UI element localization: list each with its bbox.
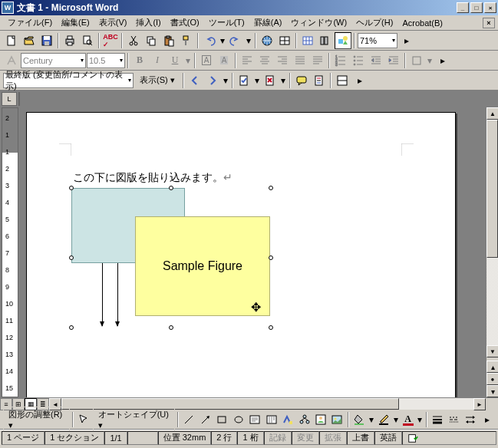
numbering-button[interactable]: 123 — [332, 52, 349, 69]
print-preview-button[interactable] — [79, 32, 96, 49]
more-buttons[interactable]: ▸ — [398, 32, 415, 49]
menu-file[interactable]: ファイル(F) — [3, 15, 57, 30]
undo-button[interactable] — [201, 32, 218, 49]
copy-button[interactable] — [143, 32, 160, 49]
cut-button[interactable] — [125, 32, 142, 49]
close-button[interactable]: × — [484, 2, 496, 13]
font-color-button[interactable]: A — [400, 411, 415, 428]
menu-view[interactable]: 表示(V) — [94, 15, 132, 30]
font-color-dropdown[interactable]: ▾ — [417, 411, 424, 428]
scroll-right-button[interactable]: ► — [473, 398, 486, 410]
arrow-tool-button[interactable] — [198, 411, 213, 428]
status-lang[interactable]: 英語 — [374, 431, 402, 445]
draw-adjust-menu[interactable]: 図形の調整(R) ▾ — [3, 407, 70, 433]
doc-close-button[interactable]: × — [483, 18, 495, 28]
char-border-button[interactable]: A — [198, 52, 215, 69]
status-spell-icon[interactable] — [402, 431, 496, 445]
arrow-style-button[interactable] — [463, 411, 478, 428]
maximize-button[interactable]: □ — [470, 2, 483, 13]
redo-dropdown[interactable]: ▾ — [245, 32, 252, 49]
line-color-button[interactable] — [376, 411, 391, 428]
align-right-button[interactable] — [274, 52, 291, 69]
tables-borders-button[interactable] — [276, 32, 293, 49]
menu-edit[interactable]: 編集(E) — [57, 15, 94, 30]
reviewing-pane-button[interactable] — [334, 72, 351, 89]
scroll-down-button[interactable]: ▼ — [486, 345, 498, 357]
scroll-track[interactable] — [486, 120, 498, 345]
undo-dropdown[interactable]: ▾ — [219, 32, 226, 49]
handle-se[interactable] — [269, 325, 273, 330]
line-color-dropdown[interactable]: ▾ — [392, 411, 399, 428]
prev-page-button[interactable]: ▴ — [486, 361, 498, 373]
autoshapes-menu[interactable]: オートシェイプ(U) ▾ — [93, 407, 176, 433]
underline-dropdown[interactable]: ▾ — [184, 52, 192, 69]
minimize-button[interactable]: _ — [457, 2, 469, 13]
hyperlink-button[interactable] — [259, 32, 275, 49]
handle-w[interactable] — [69, 255, 74, 260]
fill-color-button[interactable] — [351, 411, 367, 428]
reject-dropdown[interactable]: ▾ — [279, 72, 287, 89]
decrease-indent-button[interactable] — [368, 52, 384, 69]
new-comment-button[interactable] — [293, 72, 310, 89]
bold-button[interactable]: B — [131, 52, 148, 69]
show-menu[interactable]: 表示(S) ▾ — [134, 72, 180, 88]
accept-dropdown[interactable]: ▾ — [253, 72, 261, 89]
spellcheck-button[interactable]: ABC✓ — [102, 32, 119, 49]
menu-acrobat[interactable]: Acrobat(B) — [397, 17, 447, 29]
open-button[interactable] — [21, 32, 38, 49]
status-ext[interactable]: 拡張 — [319, 431, 347, 445]
review-mode-combo[interactable]: 最終版 (変更箇所/コメントの表示)▾ — [3, 73, 134, 88]
handle-ne[interactable] — [269, 186, 273, 190]
zoom-combo[interactable]: 71%▾ — [358, 33, 397, 48]
insert-picture-button[interactable] — [329, 411, 345, 428]
drawing-button[interactable] — [335, 32, 351, 49]
increase-indent-button[interactable] — [385, 52, 402, 69]
more-buttons-2[interactable]: ▸ — [434, 52, 451, 69]
wordart-button[interactable] — [280, 411, 295, 428]
accept-button[interactable] — [236, 72, 252, 89]
align-center-button[interactable] — [256, 52, 273, 69]
vertical-textbox-button[interactable] — [263, 411, 279, 428]
diagram-button[interactable] — [296, 411, 312, 428]
select-objects-button[interactable] — [76, 411, 91, 428]
columns-button[interactable] — [317, 32, 334, 49]
underline-button[interactable]: U — [167, 52, 183, 69]
paste-button[interactable] — [160, 32, 177, 49]
font-size-combo[interactable]: 10.5▾ — [87, 53, 125, 68]
status-ovr[interactable]: 上書 — [347, 431, 374, 445]
insert-table-button[interactable] — [299, 32, 316, 49]
more-buttons-3[interactable]: ▸ — [351, 72, 368, 89]
italic-button[interactable]: I — [149, 52, 166, 69]
vertical-scrollbar[interactable]: ▲ ▼ ▴ ● ▾ — [486, 107, 498, 397]
tab-selector[interactable]: L — [2, 92, 17, 106]
oval-tool-button[interactable] — [231, 411, 246, 428]
horizontal-ruler[interactable]: 4224681012141618202224262830323436384042… — [18, 92, 20, 106]
shape-arrow-2[interactable] — [117, 263, 118, 326]
next-change-dropdown[interactable]: ▾ — [222, 72, 229, 89]
menu-format[interactable]: 書式(O) — [166, 15, 204, 30]
reject-button[interactable] — [262, 72, 279, 89]
more-buttons-4[interactable]: ▸ — [480, 411, 495, 428]
handle-n[interactable] — [169, 186, 173, 190]
align-left-button[interactable] — [239, 52, 256, 69]
bullets-button[interactable] — [350, 52, 367, 69]
shape-arrow-1[interactable] — [102, 263, 103, 326]
line-tool-button[interactable] — [181, 411, 196, 428]
line-style-button[interactable] — [430, 411, 445, 428]
shape-rectangle-yellow[interactable]: Sample Figure — [135, 216, 270, 316]
borders-dropdown[interactable]: ▾ — [426, 52, 434, 69]
fill-color-dropdown[interactable]: ▾ — [368, 411, 374, 428]
menu-table[interactable]: 罫線(A) — [249, 15, 287, 30]
paragraph-text[interactable]: この下に図版を貼り込みます。↵ — [73, 171, 233, 185]
status-trk[interactable]: 変更 — [292, 431, 319, 445]
next-page-button[interactable]: ▾ — [486, 385, 498, 397]
track-changes-button[interactable] — [311, 72, 328, 89]
handle-sw[interactable] — [69, 325, 74, 330]
redo-button[interactable] — [227, 32, 244, 49]
prev-change-button[interactable] — [186, 72, 203, 89]
menu-help[interactable]: ヘルプ(H) — [351, 15, 397, 30]
handle-e[interactable] — [269, 255, 273, 260]
rectangle-tool-button[interactable] — [214, 411, 229, 428]
handle-s[interactable] — [169, 325, 173, 330]
document-area[interactable]: この下に図版を貼り込みます。↵ Sample Figure ✥ — [20, 107, 486, 397]
